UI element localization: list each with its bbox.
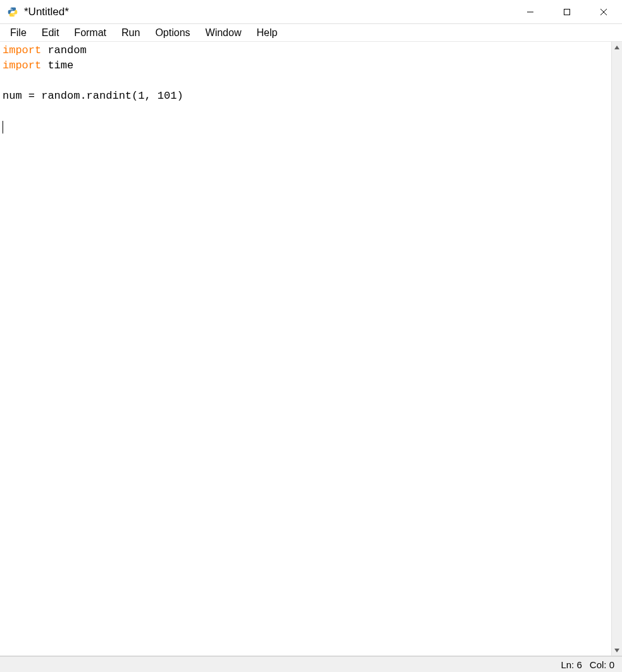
- menu-run[interactable]: Run: [114, 26, 147, 40]
- editor-container: import randomimport time num = random.ra…: [0, 42, 622, 656]
- token-keyword: import: [3, 44, 41, 56]
- menu-help[interactable]: Help: [249, 26, 285, 40]
- minimize-button[interactable]: [512, 0, 549, 23]
- scroll-down-arrow[interactable]: [612, 645, 622, 656]
- token-text: num = random.randint(1, 101): [3, 90, 183, 102]
- svg-point-0: [11, 8, 11, 8]
- status-bar: Ln: 6 Col: 0: [0, 656, 622, 672]
- menu-format[interactable]: Format: [66, 26, 114, 40]
- python-app-icon: [6, 6, 19, 18]
- status-ln-value: 6: [576, 659, 582, 670]
- menu-options[interactable]: Options: [147, 26, 197, 40]
- code-line: import random: [3, 43, 609, 58]
- vertical-scrollbar[interactable]: [611, 42, 622, 656]
- status-col: Col: 0: [586, 659, 618, 670]
- svg-marker-6: [614, 46, 619, 49]
- window-title: *Untitled*: [24, 6, 512, 18]
- menu-bar: File Edit Format Run Options Window Help: [0, 24, 622, 42]
- close-button[interactable]: [585, 0, 622, 23]
- svg-marker-7: [614, 649, 619, 652]
- menu-window[interactable]: Window: [198, 26, 249, 40]
- code-line: import time: [3, 58, 609, 73]
- menu-edit[interactable]: Edit: [34, 26, 67, 40]
- code-line: num = random.randint(1, 101): [3, 89, 609, 104]
- status-col-label: Col:: [590, 659, 607, 670]
- scroll-up-arrow[interactable]: [612, 42, 622, 53]
- code-line: [3, 104, 609, 119]
- svg-point-1: [14, 15, 15, 16]
- status-col-value: 0: [609, 659, 614, 670]
- token-keyword: import: [3, 59, 41, 72]
- menu-file[interactable]: File: [3, 26, 34, 40]
- code-line: [3, 73, 609, 89]
- status-line: Ln: 6: [557, 659, 585, 670]
- window-controls: [512, 0, 622, 23]
- maximize-button[interactable]: [549, 0, 585, 23]
- status-ln-label: Ln:: [561, 659, 574, 670]
- code-editor[interactable]: import randomimport time num = random.ra…: [0, 42, 611, 656]
- svg-rect-3: [564, 9, 570, 15]
- title-bar: *Untitled*: [0, 0, 622, 24]
- code-line: [3, 119, 609, 134]
- text-cursor: [3, 121, 3, 134]
- token-text: time: [41, 59, 73, 72]
- token-text: random: [41, 44, 86, 56]
